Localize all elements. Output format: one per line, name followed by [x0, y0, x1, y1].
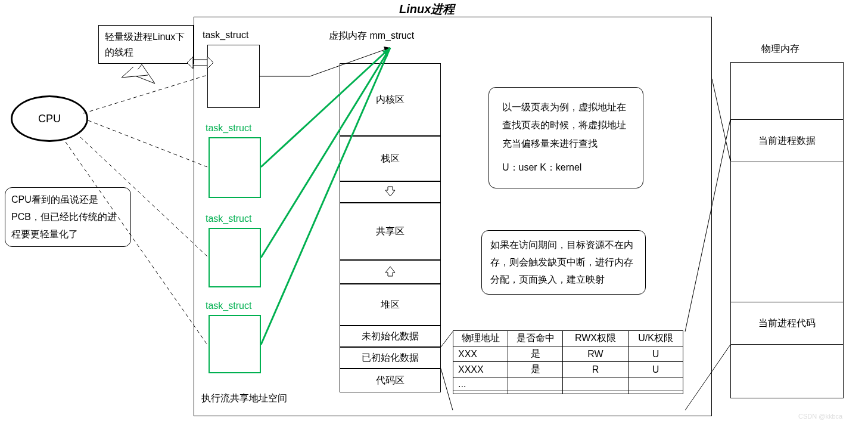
- region-text: 代码区: [340, 369, 441, 392]
- task-struct-box-green-3: [209, 315, 261, 373]
- table-row: XXXX是RU: [453, 362, 683, 377]
- table-row: ...: [453, 377, 683, 391]
- task-struct-label-black: task_struct: [203, 30, 248, 41]
- page-table-note-text: 以一级页表为例，虚拟地址在查找页表的时候，将虚拟地址充当偏移量来进行查找: [502, 98, 630, 153]
- svg-line-5: [88, 120, 207, 167]
- svg-line-19: [712, 79, 730, 161]
- task-caption: 执行流共享地址空间: [201, 392, 287, 405]
- region-shared: 共享区: [340, 203, 441, 260]
- physical-data-block: 当前进程数据: [730, 119, 844, 162]
- table-row: [453, 391, 683, 394]
- th-uk: U/K权限: [629, 331, 683, 346]
- th-addr: 物理地址: [453, 331, 508, 346]
- cpu-node: CPU: [11, 95, 88, 142]
- page-table-note: 以一级页表为例，虚拟地址在查找页表的时候，将虚拟地址充当偏移量来进行查找 U：u…: [489, 87, 643, 188]
- region-heap: 堆区: [340, 284, 441, 326]
- physical-code-block: 当前进程代码: [730, 302, 844, 345]
- task-struct-box-green-2: [209, 228, 261, 287]
- region-heap-arrow: [340, 260, 441, 284]
- physical-memory-title: 物理内存: [761, 43, 799, 55]
- uk-legend: U：user K：kernel: [502, 159, 630, 177]
- region-bss: 未初始化数据: [340, 326, 441, 347]
- task-struct-label-green-1: task_struct: [206, 123, 251, 134]
- region-kernel: 内核区: [340, 63, 441, 136]
- page-fault-note: 如果在访问期间，目标资源不在内存，则会触发缺页中断，进行内存分配，页面换入，建立…: [481, 230, 646, 295]
- task-struct-box-green-1: [209, 137, 261, 198]
- th-rwx: RWX权限: [563, 331, 629, 346]
- region-stack: 栈区: [340, 136, 441, 181]
- physical-memory-container: [730, 62, 844, 398]
- svg-line-4: [83, 75, 207, 113]
- task-struct-label-green-3: task_struct: [206, 301, 251, 311]
- region-stack-arrow: [340, 181, 441, 203]
- page-table: 物理地址 是否命中 RWX权限 U/K权限 XXX是RWU XXXX是RU ..…: [453, 330, 683, 394]
- task-struct-box-black: [207, 45, 260, 108]
- diagram-title: Linux进程: [399, 1, 455, 17]
- watermark: CSDN @kkbca: [798, 413, 842, 420]
- cpu-note: CPU看到的虽说还是PCB，但已经比传统的进程要更轻量化了: [5, 187, 131, 247]
- cpu-speech-bubble: 轻量级进程Linux下的线程: [98, 25, 194, 64]
- mm-struct-title: 虚拟内存 mm_struct: [329, 30, 414, 42]
- region-data: 已初始化数据: [340, 347, 441, 369]
- task-struct-label-green-2: task_struct: [206, 213, 251, 224]
- th-hit: 是否命中: [508, 331, 563, 346]
- table-row: XXX是RWU: [453, 346, 683, 362]
